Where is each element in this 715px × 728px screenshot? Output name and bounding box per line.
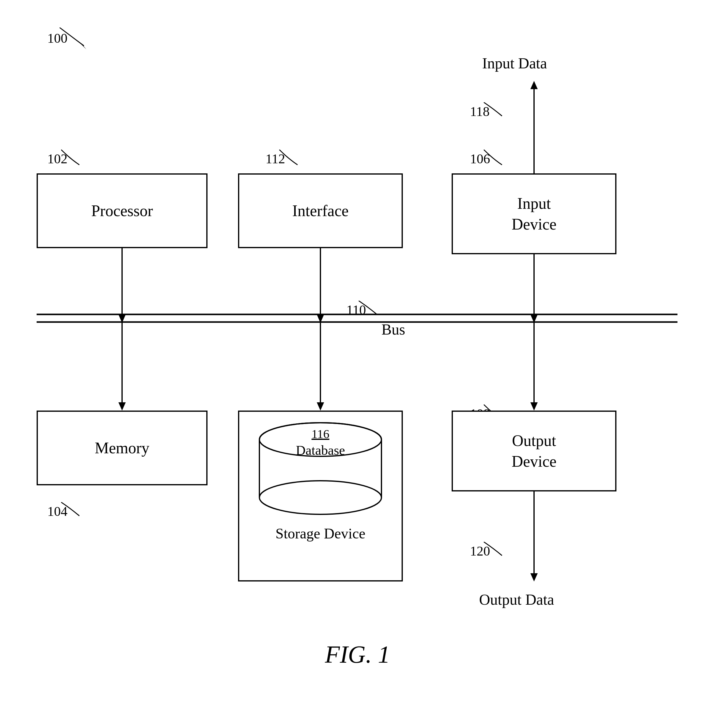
svg-marker-10 [317, 314, 324, 323]
figure-label: FIG. 1 [325, 641, 390, 669]
memory-box: Memory [37, 411, 208, 485]
storage-device-label: Storage Device [238, 525, 403, 542]
output-device-box: OutputDevice [452, 411, 617, 491]
svg-text:Database: Database [296, 443, 345, 458]
svg-marker-15 [530, 314, 538, 323]
interface-box: Interface [238, 174, 403, 248]
input-data-label: Input Data [482, 54, 547, 72]
svg-line-23 [59, 27, 84, 46]
svg-marker-8 [118, 402, 126, 411]
svg-marker-20 [530, 402, 538, 411]
svg-point-29 [259, 481, 382, 514]
bus-label: Bus [382, 320, 405, 338]
svg-marker-22 [530, 573, 538, 581]
processor-box: Processor [37, 174, 208, 248]
database-cylinder: 116 Database [253, 421, 388, 516]
svg-marker-18 [530, 81, 538, 89]
svg-text:116: 116 [312, 427, 330, 441]
svg-marker-5 [118, 314, 126, 323]
svg-marker-24 [80, 43, 86, 50]
output-data-label: Output Data [479, 591, 554, 608]
svg-marker-13 [317, 402, 324, 411]
input-device-box: InputDevice [452, 174, 617, 254]
